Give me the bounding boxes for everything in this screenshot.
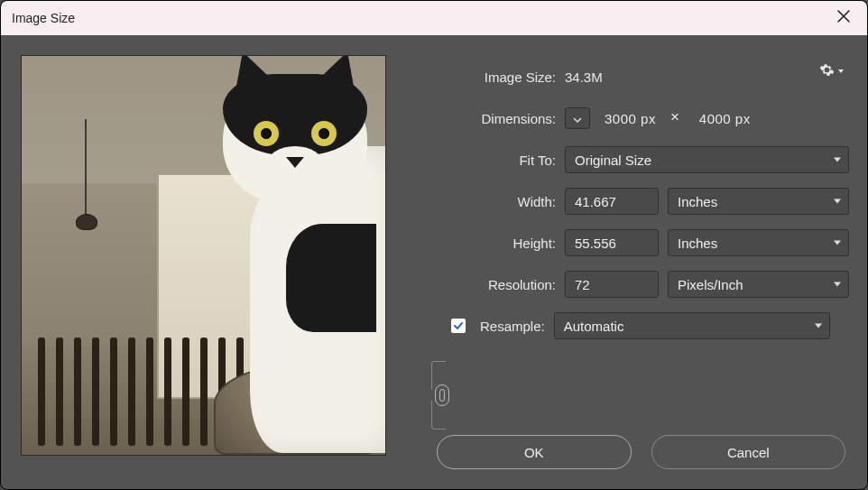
height-unit-value: Inches xyxy=(678,236,717,251)
fit-to-value: Original Size xyxy=(575,153,651,168)
fit-to-row: Fit To: Original Size xyxy=(437,142,849,178)
dimensions-label: Dimensions: xyxy=(437,111,556,126)
resample-row: Resample: Automatic xyxy=(451,308,849,344)
resample-value: Automatic xyxy=(564,319,624,334)
image-size-label: Image Size: xyxy=(437,69,556,85)
fit-to-label: Fit To: xyxy=(437,153,556,168)
cancel-button[interactable]: Cancel xyxy=(651,435,846,469)
width-unit-value: Inches xyxy=(678,194,717,209)
settings-menu-button[interactable] xyxy=(819,62,844,80)
dimensions-width: 3000 px xyxy=(605,111,656,126)
close-button[interactable] xyxy=(831,5,856,31)
height-field[interactable] xyxy=(575,236,649,251)
dialog-title: Image Size xyxy=(12,11,75,25)
checkmark-icon xyxy=(453,319,464,334)
cancel-label: Cancel xyxy=(727,445,770,460)
width-unit-select[interactable]: Inches xyxy=(668,188,849,215)
aspect-link-bracket xyxy=(431,361,449,430)
dimensions-unit-button[interactable] xyxy=(565,107,590,129)
dimensions-height: 4000 px xyxy=(699,111,751,126)
dimensions-row: Dimensions: 3000 px × 4000 px xyxy=(437,100,849,136)
width-field[interactable] xyxy=(575,194,649,209)
height-unit-select[interactable]: Inches xyxy=(668,229,849,256)
height-label: Height: xyxy=(451,236,556,251)
gear-icon xyxy=(819,62,835,80)
ok-button[interactable]: OK xyxy=(437,435,632,469)
multiply-symbol: × xyxy=(670,108,679,126)
resolution-label: Resolution: xyxy=(437,277,556,292)
controls-panel: Image Size: 34.3M Dimensions: 3000 px × … xyxy=(437,55,849,475)
width-input[interactable] xyxy=(565,188,659,215)
resolution-field[interactable] xyxy=(575,277,649,292)
titlebar: Image Size xyxy=(1,1,867,35)
fit-to-select[interactable]: Original Size xyxy=(565,146,849,173)
chevron-down-icon xyxy=(815,324,822,328)
image-size-row: Image Size: 34.3M xyxy=(437,59,849,95)
chevron-down-icon xyxy=(834,241,841,245)
resample-select[interactable]: Automatic xyxy=(554,312,830,339)
dialog-footer: OK Cancel xyxy=(437,435,845,475)
height-row: Height: Inches xyxy=(451,225,849,261)
resolution-input[interactable] xyxy=(565,271,659,298)
height-input[interactable] xyxy=(565,229,659,256)
image-preview xyxy=(21,55,386,456)
image-size-dialog: Image Size xyxy=(0,0,868,490)
chevron-down-icon xyxy=(573,111,582,126)
resolution-row: Resolution: Pixels/Inch xyxy=(437,266,849,302)
width-label: Width: xyxy=(451,194,556,209)
resample-label: Resample: xyxy=(480,319,545,334)
resample-checkbox[interactable] xyxy=(451,319,466,333)
dialog-body: Image Size: 34.3M Dimensions: 3000 px × … xyxy=(1,35,867,489)
chevron-down-icon xyxy=(834,199,841,204)
resolution-unit-value: Pixels/Inch xyxy=(678,277,743,292)
width-row: Width: Inches xyxy=(451,183,849,219)
resolution-unit-select[interactable]: Pixels/Inch xyxy=(668,271,849,298)
close-icon xyxy=(837,10,850,26)
chevron-down-icon xyxy=(834,158,841,162)
ok-label: OK xyxy=(524,445,544,460)
chevron-down-icon xyxy=(838,69,844,73)
chevron-down-icon xyxy=(834,282,841,287)
image-size-value: 34.3M xyxy=(565,69,603,85)
